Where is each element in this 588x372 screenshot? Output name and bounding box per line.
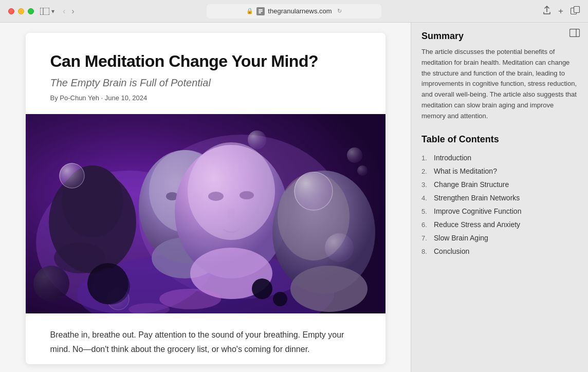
- svg-point-36: [33, 266, 69, 302]
- back-button[interactable]: ‹: [61, 6, 67, 17]
- toc-item-7[interactable]: 7. Slow Brain Aging: [421, 231, 578, 245]
- sidebar-toggle-button[interactable]: [569, 29, 580, 40]
- svg-point-45: [273, 292, 287, 306]
- svg-rect-4: [259, 11, 263, 12]
- lock-icon: 🔒: [246, 8, 253, 14]
- toc-item-1[interactable]: 1. Introduction: [421, 151, 578, 164]
- nav-buttons: ‹ ›: [61, 6, 77, 17]
- toc-list: 1. Introduction 2. What is Meditation? 3…: [421, 151, 578, 258]
- toc-num-2: 2.: [421, 168, 431, 175]
- article-author: By Po-Chun Yeh: [50, 94, 99, 102]
- maximize-button[interactable]: [28, 8, 34, 14]
- tabs-icon[interactable]: [571, 6, 580, 16]
- share-icon[interactable]: [543, 6, 551, 16]
- sidebar: Summary The article discusses the potent…: [411, 23, 588, 372]
- svg-point-22: [188, 142, 275, 240]
- toc-label-4: Strengthen Brain Networks: [434, 194, 520, 202]
- toc-label-2: What is Meditation?: [434, 167, 497, 175]
- toc-label-8: Conclusion: [434, 247, 469, 255]
- address-bar[interactable]: 🔒 thegranularnews.com ↻: [207, 4, 381, 18]
- refresh-icon[interactable]: ↻: [337, 8, 342, 14]
- svg-point-30: [59, 163, 85, 189]
- toc-num-7: 7.: [421, 234, 431, 242]
- svg-point-24: [208, 192, 224, 201]
- article-body-text: Breathe in, breathe out. Pay attention t…: [50, 328, 361, 356]
- svg-rect-3: [259, 9, 263, 10]
- svg-point-29: [290, 266, 368, 312]
- article-meta-separator: ·: [101, 94, 105, 102]
- summary-title: Summary: [421, 31, 578, 42]
- article-meta: By Po-Chun Yeh · June 10, 2024: [50, 94, 361, 102]
- toc-num-3: 3.: [421, 181, 431, 189]
- toc-num-8: 8.: [421, 248, 431, 255]
- svg-point-40: [347, 147, 362, 163]
- favicon: [256, 7, 265, 15]
- toc-label-7: Slow Brain Aging: [434, 234, 488, 242]
- article-header: Can Meditation Change Your Mind? The Emp…: [26, 33, 385, 114]
- toc-label-1: Introduction: [434, 154, 471, 162]
- toc-item-8[interactable]: 8. Conclusion: [421, 245, 578, 258]
- toolbar-right: +: [543, 6, 580, 16]
- traffic-lights: [8, 8, 34, 14]
- svg-point-46: [159, 289, 221, 309]
- sidebar-toggle-left[interactable]: ▾: [40, 8, 54, 15]
- toc-num-5: 5.: [421, 208, 431, 215]
- new-tab-icon[interactable]: +: [558, 6, 563, 16]
- toc-num-4: 4.: [421, 194, 431, 202]
- toc-label-5: Improve Cognitive Function: [434, 207, 521, 215]
- sidebar-toggle-chevron: ▾: [51, 8, 54, 15]
- svg-rect-7: [574, 7, 580, 13]
- article-body: Breathe in, breathe out. Pay attention t…: [26, 313, 385, 364]
- toc-item-4[interactable]: 4. Strengthen Brain Networks: [421, 191, 578, 204]
- svg-point-25: [240, 191, 254, 199]
- article-date: June 10, 2024: [105, 94, 147, 102]
- toc-label-3: Change Brain Structure: [434, 180, 509, 189]
- article-subtitle: The Empty Brain is Full of Potential: [50, 77, 361, 89]
- toc-item-3[interactable]: 3. Change Brain Structure: [421, 178, 578, 191]
- toc-item-2[interactable]: 2. What is Meditation?: [421, 164, 578, 178]
- svg-point-44: [252, 278, 272, 299]
- article-hero-image: [26, 114, 385, 313]
- summary-text: The article discusses the potential bene…: [421, 47, 578, 122]
- toc-label-6: Reduce Stress and Anxiety: [434, 220, 520, 229]
- title-bar: ▾ ‹ › 🔒 thegranularnews.com ↻ +: [0, 0, 588, 23]
- svg-rect-0: [40, 8, 49, 15]
- svg-point-34: [325, 233, 354, 262]
- forward-button[interactable]: ›: [69, 6, 76, 17]
- toc-section: Table of Contents 1. Introduction 2. Wha…: [421, 134, 578, 258]
- toc-item-6[interactable]: 6. Reduce Stress and Anxiety: [421, 218, 578, 231]
- svg-point-41: [357, 165, 368, 176]
- toc-title: Table of Contents: [421, 134, 578, 145]
- url-text: thegranularnews.com: [268, 7, 332, 15]
- summary-section: Summary The article discusses the potent…: [421, 31, 578, 122]
- toc-item-5[interactable]: 5. Improve Cognitive Function: [421, 204, 578, 218]
- svg-rect-48: [570, 29, 580, 37]
- article-title: Can Meditation Change Your Mind?: [50, 51, 361, 71]
- close-button[interactable]: [8, 8, 14, 14]
- svg-rect-5: [259, 12, 261, 13]
- toc-num-6: 6.: [421, 221, 431, 229]
- svg-point-39: [248, 131, 266, 149]
- toc-num-1: 1.: [421, 154, 431, 162]
- svg-point-43: [91, 268, 130, 305]
- minimize-button[interactable]: [18, 8, 24, 14]
- article-area: Can Meditation Change Your Mind? The Emp…: [0, 23, 411, 372]
- article-card: Can Meditation Change Your Mind? The Emp…: [26, 33, 385, 364]
- browser-content: Can Meditation Change Your Mind? The Emp…: [0, 23, 588, 372]
- svg-point-26: [227, 208, 235, 220]
- hero-svg: [26, 114, 385, 313]
